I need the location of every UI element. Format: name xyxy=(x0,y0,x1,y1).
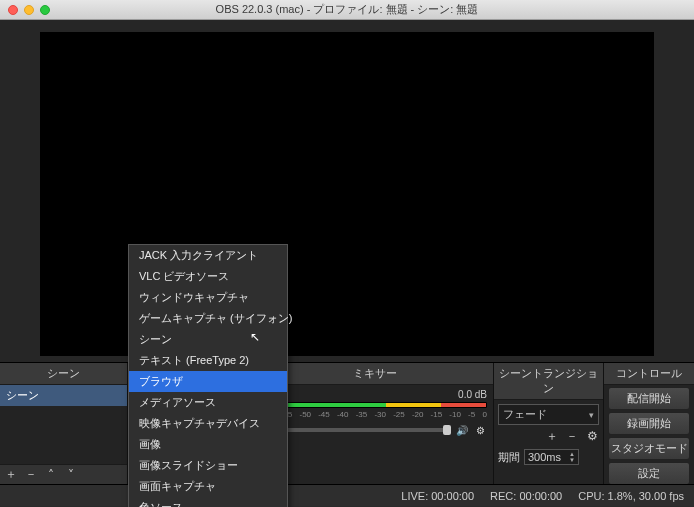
tick-label: -15 xyxy=(431,410,443,419)
menu-item[interactable]: 色ソース xyxy=(129,497,287,507)
control-button[interactable]: 配信開始 xyxy=(608,387,690,410)
speaker-icon[interactable]: 🔊 xyxy=(455,423,469,437)
status-rec: REC: 00:00:00 xyxy=(490,490,562,502)
panels-row: シーン シーン ＋ － ˄ ˅ ソース ＋ － ⚙ ˄ ˅ ミキサー 0.0 d… xyxy=(0,362,694,484)
mixer-panel: ミキサー 0.0 dB -60-55-50-45-40-35-30-25-20-… xyxy=(256,363,494,484)
scene-up-icon[interactable]: ˄ xyxy=(44,468,58,482)
menu-item[interactable]: テキスト (FreeType 2) xyxy=(129,350,287,371)
tick-label: -40 xyxy=(337,410,349,419)
add-source-menu[interactable]: JACK 入力クライアントVLC ビデオソースウィンドウキャプチャゲームキャプチ… xyxy=(128,244,288,507)
chevron-down-icon: ▾ xyxy=(589,410,594,420)
menu-item[interactable]: 画像 xyxy=(129,434,287,455)
tick-label: -35 xyxy=(356,410,368,419)
transition-gear-icon[interactable]: ⚙ xyxy=(585,429,599,443)
control-button[interactable]: スタジオモード xyxy=(608,437,690,460)
mixer-header: ミキサー xyxy=(256,363,493,385)
scenes-toolbar: ＋ － ˄ ˅ xyxy=(0,464,127,484)
status-cpu: CPU: 1.8%, 30.00 fps xyxy=(578,490,684,502)
remove-transition-icon[interactable]: － xyxy=(565,429,579,443)
add-transition-icon[interactable]: ＋ xyxy=(545,429,559,443)
scenes-panel: シーン シーン ＋ － ˄ ˅ xyxy=(0,363,128,484)
tick-label: -30 xyxy=(374,410,386,419)
tick-label: -45 xyxy=(318,410,330,419)
menu-item[interactable]: ブラウザ xyxy=(129,371,287,392)
menu-item[interactable]: ウィンドウキャプチャ xyxy=(129,287,287,308)
scene-down-icon[interactable]: ˅ xyxy=(64,468,78,482)
tick-label: -10 xyxy=(449,410,461,419)
controls-header: コントロール xyxy=(604,363,694,385)
tick-label: -20 xyxy=(412,410,424,419)
menu-item[interactable]: JACK 入力クライアント xyxy=(129,245,287,266)
preview-area xyxy=(0,20,694,362)
status-live: LIVE: 00:00:00 xyxy=(401,490,474,502)
scene-item[interactable]: シーン xyxy=(0,385,127,406)
scenes-header: シーン xyxy=(0,363,127,385)
menu-item[interactable]: 画面キャプチャ xyxy=(129,476,287,497)
titlebar: OBS 22.0.3 (mac) - プロファイル: 無題 - シーン: 無題 xyxy=(0,0,694,20)
menu-item[interactable]: メディアソース xyxy=(129,392,287,413)
mixer-db-label: 0.0 dB xyxy=(458,389,487,400)
menu-item[interactable]: シーン xyxy=(129,329,287,350)
transition-selected: フェード xyxy=(503,407,547,422)
mixer-gear-icon[interactable]: ⚙ xyxy=(473,423,487,437)
window-title: OBS 22.0.3 (mac) - プロファイル: 無題 - シーン: 無題 xyxy=(0,2,694,17)
transitions-panel: シーントランジション フェード ▾ ＋ － ⚙ 期間 300ms ▲▼ xyxy=(494,363,604,484)
tick-label: -5 xyxy=(468,410,475,419)
status-bar: LIVE: 00:00:00 REC: 00:00:00 CPU: 1.8%, … xyxy=(0,484,694,506)
stepper-icon[interactable]: ▲▼ xyxy=(569,451,575,463)
volume-slider[interactable] xyxy=(262,428,451,432)
duration-label: 期間 xyxy=(498,450,520,465)
tick-label: -50 xyxy=(299,410,311,419)
controls-panel: コントロール 配信開始録画開始スタジオモード設定終了 xyxy=(604,363,694,484)
duration-input[interactable]: 300ms ▲▼ xyxy=(524,449,579,465)
control-button[interactable]: 録画開始 xyxy=(608,412,690,435)
audio-meter xyxy=(262,402,487,408)
menu-item[interactable]: 映像キャプチャデバイス xyxy=(129,413,287,434)
duration-value: 300ms xyxy=(528,451,561,463)
transitions-header: シーントランジション xyxy=(494,363,603,400)
menu-item[interactable]: 画像スライドショー xyxy=(129,455,287,476)
mixer-ticks: -60-55-50-45-40-35-30-25-20-15-10-50 xyxy=(262,410,487,419)
add-scene-icon[interactable]: ＋ xyxy=(4,468,18,482)
remove-scene-icon[interactable]: － xyxy=(24,468,38,482)
tick-label: -25 xyxy=(393,410,405,419)
transition-select[interactable]: フェード ▾ xyxy=(498,404,599,425)
control-button[interactable]: 設定 xyxy=(608,462,690,484)
menu-item[interactable]: ゲームキャプチャ (サイフォン) xyxy=(129,308,287,329)
tick-label: 0 xyxy=(482,410,486,419)
menu-item[interactable]: VLC ビデオソース xyxy=(129,266,287,287)
